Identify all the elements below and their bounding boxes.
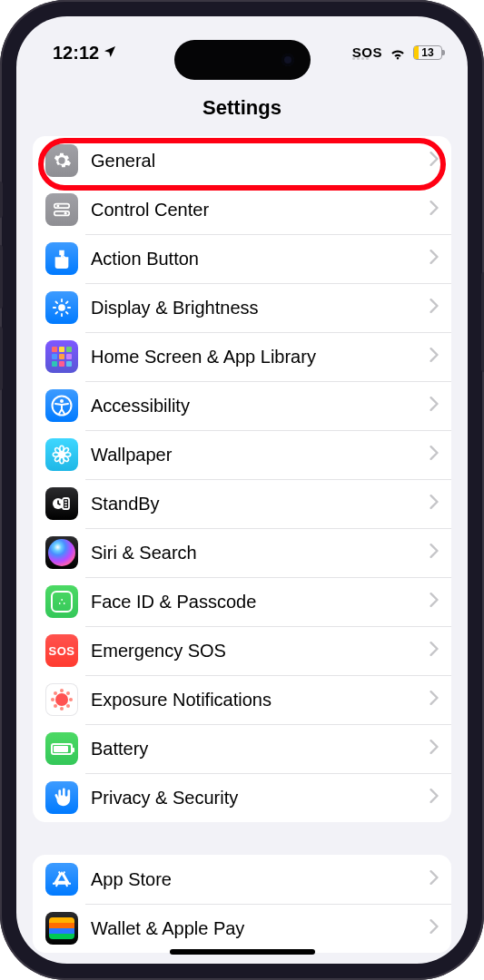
exposure-icon bbox=[45, 683, 78, 716]
volume-down-button bbox=[0, 327, 3, 390]
status-right: SOS 13 bbox=[352, 45, 442, 60]
device-frame: 12:12 SOS bbox=[0, 0, 484, 980]
row-label: Accessibility bbox=[91, 396, 430, 416]
status-left: 12:12 bbox=[53, 43, 117, 64]
chevron-right-icon bbox=[430, 348, 439, 366]
svg-point-3 bbox=[64, 212, 67, 215]
svg-point-14 bbox=[60, 399, 64, 403]
location-icon bbox=[103, 43, 117, 64]
row-label: Face ID & Passcode bbox=[91, 592, 430, 612]
screen: 12:12 SOS bbox=[16, 16, 468, 964]
chevron-right-icon bbox=[430, 201, 439, 219]
chevron-right-icon bbox=[430, 446, 439, 464]
settings-row-faceid[interactable]: Face ID & Passcode bbox=[33, 577, 451, 626]
switches-icon bbox=[45, 193, 78, 226]
flower-icon bbox=[45, 438, 78, 471]
settings-group: GeneralControl CenterAction ButtonDispla… bbox=[33, 136, 451, 822]
row-label: StandBy bbox=[91, 494, 430, 514]
gear-icon bbox=[45, 144, 78, 177]
row-label: Siri & Search bbox=[91, 543, 430, 564]
row-label: General bbox=[91, 151, 430, 172]
scroll-area[interactable]: Settings GeneralControl CenterAction But… bbox=[16, 71, 468, 964]
settings-row-display[interactable]: Display & Brightness bbox=[33, 283, 451, 332]
svg-point-4 bbox=[58, 304, 65, 311]
svg-line-11 bbox=[55, 312, 57, 314]
chevron-right-icon bbox=[430, 691, 439, 709]
front-camera bbox=[282, 54, 294, 66]
wifi-icon bbox=[389, 45, 407, 60]
row-label: Wallet & Apple Pay bbox=[91, 918, 430, 939]
chevron-right-icon bbox=[430, 740, 439, 758]
svg-line-10 bbox=[66, 312, 68, 314]
wallet-icon bbox=[45, 912, 78, 945]
faceid-icon bbox=[45, 585, 78, 618]
settings-row-action-button[interactable]: Action Button bbox=[33, 234, 451, 283]
accessibility-icon bbox=[45, 389, 78, 422]
settings-row-sos[interactable]: SOSEmergency SOS bbox=[33, 626, 451, 675]
sos-icon: SOS bbox=[45, 634, 78, 667]
chevron-right-icon bbox=[430, 642, 439, 660]
settings-row-control-center[interactable]: Control Center bbox=[33, 185, 451, 234]
clock: 12:12 bbox=[53, 43, 99, 64]
chevron-right-icon bbox=[430, 870, 439, 888]
dynamic-island bbox=[174, 40, 311, 80]
svg-rect-2 bbox=[54, 211, 70, 216]
chevron-right-icon bbox=[430, 544, 439, 562]
settings-row-standby[interactable]: StandBy bbox=[33, 479, 451, 528]
chevron-right-icon bbox=[430, 152, 439, 170]
grid-icon bbox=[45, 340, 78, 373]
chevron-right-icon bbox=[430, 593, 439, 611]
volume-up-button bbox=[0, 245, 3, 309]
row-label: Privacy & Security bbox=[91, 788, 430, 808]
mute-switch bbox=[0, 181, 3, 218]
row-label: Home Screen & App Library bbox=[91, 347, 430, 368]
svg-point-1 bbox=[56, 204, 59, 207]
svg-point-15 bbox=[60, 453, 64, 457]
chevron-right-icon bbox=[430, 250, 439, 268]
row-label: App Store bbox=[91, 869, 430, 890]
settings-row-privacy[interactable]: Privacy & Security bbox=[33, 773, 451, 822]
svg-line-9 bbox=[55, 301, 57, 303]
settings-row-app-store[interactable]: App Store bbox=[33, 855, 451, 904]
standby-icon bbox=[45, 487, 78, 520]
chevron-right-icon bbox=[430, 397, 439, 415]
hand-icon bbox=[45, 781, 78, 814]
action-icon bbox=[45, 242, 78, 275]
siri-icon bbox=[45, 536, 78, 569]
sos-indicator: SOS bbox=[352, 45, 382, 60]
row-label: Action Button bbox=[91, 249, 430, 270]
chevron-right-icon bbox=[430, 495, 439, 513]
row-label: Exposure Notifications bbox=[91, 690, 430, 710]
chevron-right-icon bbox=[430, 299, 439, 317]
svg-line-12 bbox=[66, 301, 68, 303]
battery-icon: 13 bbox=[413, 45, 442, 60]
settings-row-wallet[interactable]: Wallet & Apple Pay bbox=[33, 904, 451, 953]
row-label: Wallpaper bbox=[91, 445, 430, 466]
row-label: Emergency SOS bbox=[91, 641, 430, 662]
home-indicator[interactable] bbox=[170, 949, 315, 955]
row-label: Control Center bbox=[91, 200, 430, 220]
battery-icon bbox=[45, 732, 78, 765]
settings-row-general[interactable]: General bbox=[33, 136, 451, 185]
settings-group: App StoreWallet & Apple Pay bbox=[33, 855, 451, 953]
settings-row-battery[interactable]: Battery bbox=[33, 724, 451, 773]
row-label: Battery bbox=[91, 739, 430, 760]
settings-row-exposure[interactable]: Exposure Notifications bbox=[33, 675, 451, 724]
settings-row-wallpaper[interactable]: Wallpaper bbox=[33, 430, 451, 479]
chevron-right-icon bbox=[430, 789, 439, 807]
svg-rect-0 bbox=[54, 204, 70, 209]
page-title: Settings bbox=[16, 71, 468, 136]
appstore-icon bbox=[45, 863, 78, 896]
row-label: Display & Brightness bbox=[91, 298, 430, 318]
settings-row-siri[interactable]: Siri & Search bbox=[33, 528, 451, 577]
sun-icon bbox=[45, 291, 78, 324]
battery-percent: 13 bbox=[414, 46, 441, 59]
settings-row-home-screen[interactable]: Home Screen & App Library bbox=[33, 332, 451, 381]
settings-row-accessibility[interactable]: Accessibility bbox=[33, 381, 451, 430]
chevron-right-icon bbox=[430, 919, 439, 937]
